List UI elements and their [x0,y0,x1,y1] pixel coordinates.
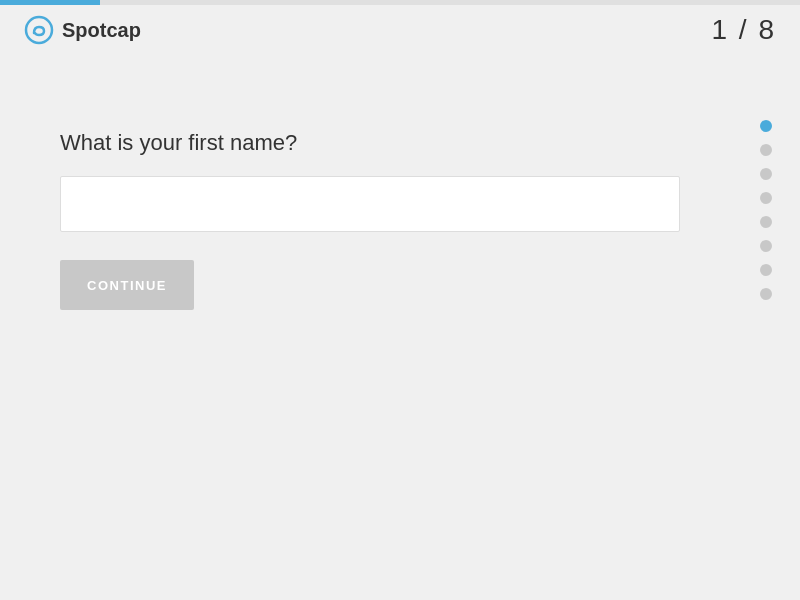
logo-container: Spotcap [24,15,141,45]
form-section: What is your first name? CONTINUE [60,130,740,310]
step-dots [760,120,772,300]
continue-button[interactable]: CONTINUE [60,260,194,310]
progress-bar-container [0,0,800,5]
step-dot-6 [760,240,772,252]
step-dot-8 [760,288,772,300]
spotcap-logo-icon [24,15,54,45]
step-dot-3 [760,168,772,180]
header: Spotcap 1 / 8 [0,0,800,60]
svg-point-0 [26,17,52,43]
logo-text: Spotcap [62,19,141,42]
step-dot-2 [760,144,772,156]
question-label: What is your first name? [60,130,740,156]
step-dot-1 [760,120,772,132]
step-dot-5 [760,216,772,228]
progress-bar-fill [0,0,100,5]
step-dot-7 [760,264,772,276]
first-name-input[interactable] [60,176,680,232]
step-counter: 1 / 8 [712,14,776,46]
step-dot-4 [760,192,772,204]
main-content: What is your first name? CONTINUE [0,90,800,350]
